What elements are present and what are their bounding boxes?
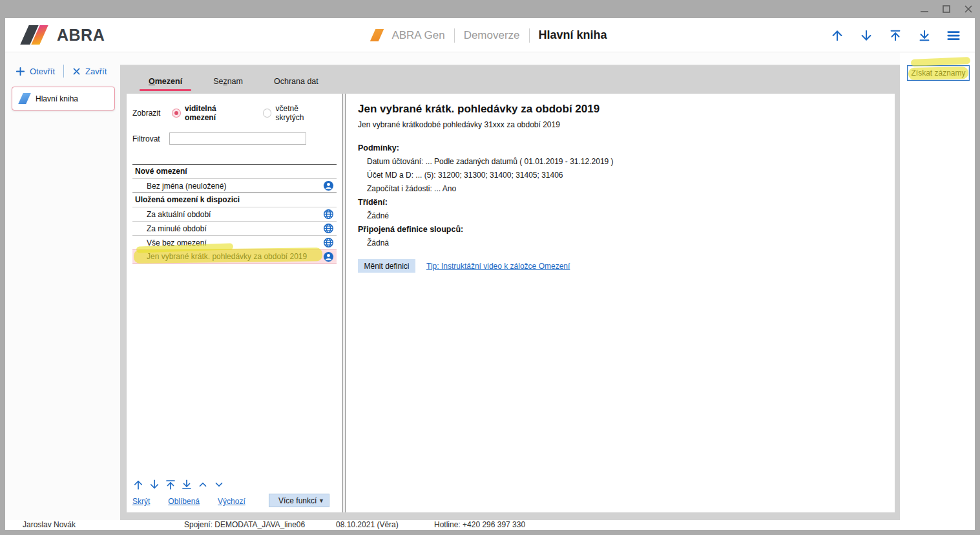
filter-row: Filtrovat <box>132 132 342 145</box>
statusbar: Jaroslav Novák Spojení: DEMODATA_JAVA_li… <box>5 520 975 530</box>
get-records-button[interactable]: Získat záznamy <box>907 65 970 81</box>
user-icon <box>323 180 334 191</box>
statusbar-hotline: Hotline: +420 296 397 330 <box>434 520 525 529</box>
tab-label-part: Ochrana dat <box>274 77 318 86</box>
plus-icon <box>16 67 25 76</box>
agenda-slash-icon <box>18 93 31 104</box>
close-icon[interactable] <box>963 4 974 14</box>
filter-input[interactable] <box>169 132 306 145</box>
hamburger-menu-icon[interactable] <box>946 28 961 43</box>
condition-line: Datum účtování: ... Podle zadaných datum… <box>358 157 895 166</box>
radio-visible-restrictions[interactable]: viditelná omezení <box>172 104 248 122</box>
window-titlebar <box>0 0 980 18</box>
sidebar-item-label: Hlavní kniha <box>36 94 78 103</box>
edit-definition-button[interactable]: Měnit definici <box>358 259 415 273</box>
show-row: Zobrazit viditelná omezení včetně skrytý… <box>132 104 342 122</box>
reorder-toolbar <box>132 479 337 490</box>
header-actions <box>830 18 961 52</box>
columns-heading: Připojená definice sloupců: <box>358 225 895 234</box>
radio-icon <box>263 109 272 118</box>
open-button[interactable]: Otevřít <box>16 67 55 76</box>
list-item-label: Bez jména (neuložené) <box>147 182 226 191</box>
arrow-to-bottom-icon[interactable] <box>917 28 932 43</box>
list-item-no-restriction[interactable]: Vše bez omezení <box>132 235 337 249</box>
list-section-header: Nové omezení <box>132 164 337 178</box>
minimize-icon[interactable] <box>919 4 930 14</box>
user-icon <box>323 251 334 262</box>
move-down-icon[interactable] <box>149 479 160 490</box>
breadcrumb-divider <box>529 28 530 43</box>
omezeni-panel: Zobrazit viditelná omezení včetně skrytý… <box>127 94 895 512</box>
x-icon <box>72 67 81 76</box>
tutorial-video-link[interactable]: Tip: Instruktážní video k záložce Omezen… <box>426 262 570 271</box>
default-link[interactable]: Výchozí <box>218 497 245 506</box>
maximize-icon[interactable] <box>941 4 952 14</box>
move-to-bottom-icon[interactable] <box>181 479 193 490</box>
close-tab-button[interactable]: Zavřít <box>72 67 107 76</box>
abra-gen-slash-icon <box>370 29 384 41</box>
toolbar-divider <box>63 65 64 78</box>
radio-including-hidden[interactable]: včetně skrytých <box>263 104 328 122</box>
more-functions-label: Více funkcí <box>278 496 317 505</box>
window-controls <box>919 0 974 18</box>
list-item-label: Za minulé období <box>147 224 207 233</box>
tab-seznam[interactable]: Seznam <box>198 77 258 94</box>
arrow-up-icon[interactable] <box>830 28 844 43</box>
move-to-top-icon[interactable] <box>165 479 176 490</box>
conditions-section: Podmínky: Datum účtování: ... Podle zada… <box>358 143 895 193</box>
close-button-label: Zavřít <box>85 67 107 76</box>
list-item-label: Vše bez omezení <box>147 238 207 247</box>
columns-value: Žádná <box>358 238 895 247</box>
chevron-down-icon[interactable] <box>213 479 225 490</box>
right-strip: Získat záznamy <box>900 53 975 520</box>
app-header: ABRA ABRA Gen Demoverze Hlavní kniha <box>5 18 975 52</box>
restriction-details: Jen vybrané krátk. pohledávky za období … <box>346 94 895 512</box>
radio-icon <box>172 109 181 118</box>
restriction-list-column: Zobrazit viditelná omezení včetně skrytý… <box>127 94 342 512</box>
list-item-label: Za aktuální období <box>147 210 211 219</box>
move-up-icon[interactable] <box>132 479 144 490</box>
list-item-past-period[interactable]: Za minulé období <box>132 221 337 235</box>
more-functions-dropdown[interactable]: Více funkcí ▼ <box>269 494 329 507</box>
restriction-subtitle: Jen vybrané krátkodobé pohledávky 31xxx … <box>358 120 895 129</box>
restriction-title: Jen vybrané krátk. pohledávky za období … <box>358 103 895 116</box>
arrow-down-icon[interactable] <box>859 28 873 43</box>
open-button-label: Otevřít <box>30 67 55 76</box>
hide-link[interactable]: Skrýt <box>132 497 150 506</box>
breadcrumb-environment: Demoverze <box>464 29 520 42</box>
main-panel: Omezení Seznam Ochrana dat Zobrazit <box>120 65 900 520</box>
details-actions: Měnit definici Tip: Instruktážní video k… <box>358 259 895 273</box>
list-section-header: Uložená omezení k dispozici <box>132 193 337 207</box>
statusbar-connection: Spojení: DEMODATA_JAVA_line06 <box>184 520 305 529</box>
list-footer: Skrýt Oblíbená Výchozí Více funkcí ▼ <box>132 479 337 506</box>
page-title: Hlavní kniha <box>539 28 607 42</box>
breadcrumb-app-name: ABRA Gen <box>391 29 444 42</box>
sidebar-toolbar: Otevřít Zavřít <box>16 65 120 78</box>
statusbar-date: 08.10.2021 (Věra) <box>336 520 399 529</box>
sidebar: Otevřít Zavřít Hlavní kniha <box>5 53 120 520</box>
favorite-link[interactable]: Oblíbená <box>168 497 200 506</box>
list-item-selected-2019[interactable]: Jen vybrané krátk. pohledávky za období … <box>132 249 337 264</box>
tab-label-part: Se <box>213 77 223 86</box>
chevron-up-icon[interactable] <box>197 479 209 490</box>
filter-label: Filtrovat <box>132 134 169 143</box>
sorting-heading: Třídění: <box>358 198 895 207</box>
sorting-section: Třídění: Žádné <box>358 198 895 220</box>
list-item-unsaved[interactable]: Bez jména (neuložené) <box>132 178 337 193</box>
sidebar-item-hlavni-kniha[interactable]: Hlavní kniha <box>12 87 115 110</box>
arrow-to-top-icon[interactable] <box>888 28 902 43</box>
breadcrumb-divider <box>454 28 455 43</box>
tab-label-part: nam <box>227 77 243 86</box>
restriction-list: Nové omezení Bez jména (neuložené) Ulože… <box>132 164 337 264</box>
globe-icon <box>323 209 334 220</box>
statusbar-user: Jaroslav Novák <box>23 520 76 529</box>
tab-ochrana-dat[interactable]: Ochrana dat <box>258 77 334 94</box>
tab-omezeni[interactable]: Omezení <box>133 77 198 94</box>
list-item-current-period[interactable]: Za aktuální období <box>132 207 337 221</box>
tab-label-accel: O <box>149 77 155 86</box>
radio-visible-label: viditelná omezení <box>185 104 249 122</box>
radio-hidden-label: včetně skrytých <box>275 104 328 122</box>
app-window: ABRA ABRA Gen Demoverze Hlavní kniha <box>0 0 980 535</box>
app-frame: ABRA ABRA Gen Demoverze Hlavní kniha <box>5 18 975 530</box>
condition-line: Započítat i žádosti: ... Ano <box>358 184 895 193</box>
